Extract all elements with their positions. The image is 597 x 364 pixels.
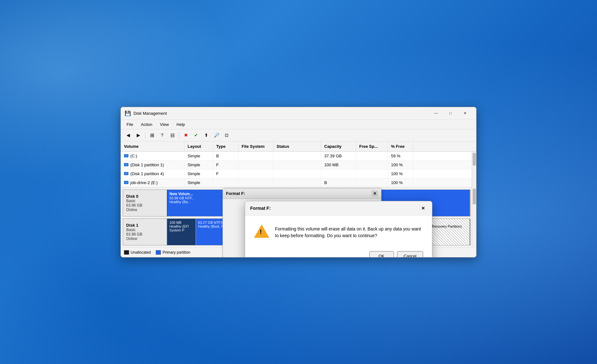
row-c-capacity: 37.39 GB bbox=[321, 152, 356, 160]
row-d1p1-pctfree: 100 % bbox=[388, 161, 413, 169]
explore-button[interactable]: ✖ bbox=[181, 131, 191, 140]
console-button[interactable]: ⊡ bbox=[222, 131, 231, 140]
maximize-button[interactable]: □ bbox=[443, 108, 458, 118]
row-d1p4-pctfree: 100 % bbox=[388, 169, 413, 178]
menu-help[interactable]: Help bbox=[173, 121, 188, 128]
row-c-pctfree: 59 % bbox=[388, 152, 413, 160]
disk-0-name: Disk 0 bbox=[126, 194, 164, 199]
confirm-title-bar: Format F: ✕ bbox=[245, 201, 432, 216]
disk-1-size: 63.98 GB bbox=[126, 232, 164, 237]
row-d1p4-layout: Simple bbox=[184, 169, 213, 178]
confirm-cancel-button[interactable]: Cancel bbox=[397, 251, 423, 258]
table-row[interactable]: (C:) Simple B 37.39 GB 59 % bbox=[121, 152, 472, 161]
confirm-message: Formatting this volume will erase all da… bbox=[275, 224, 423, 239]
row-d1p4-volume: (Disk 1 partition 4) bbox=[121, 169, 184, 178]
disk-0-size: 63.98 GB bbox=[126, 203, 164, 208]
upgrade-button[interactable]: ⬆ bbox=[202, 131, 211, 140]
col-freesp: Free Sp... bbox=[356, 141, 388, 151]
table-row[interactable]: (Disk 1 partition 4) Simple F 100 % bbox=[121, 169, 472, 178]
col-capacity: Capacity bbox=[321, 141, 356, 151]
disk-icon bbox=[124, 154, 128, 157]
table-scrollbar[interactable] bbox=[472, 152, 476, 187]
legend-unallocated-icon bbox=[124, 250, 129, 255]
confirm-body: Formatting this volume will erase all da… bbox=[245, 216, 432, 246]
row-c-freesp bbox=[356, 152, 388, 160]
row-c-type: B bbox=[213, 152, 238, 160]
toolbar-separator-2 bbox=[179, 132, 179, 138]
row-d1p1-capacity: 100 MB bbox=[321, 161, 356, 169]
format-bg-title-text: Format F: bbox=[226, 191, 245, 196]
table-body: (C:) Simple B 37.39 GB 59 % (Disk 1 part… bbox=[121, 152, 476, 187]
row-d1p4-capacity bbox=[321, 169, 356, 178]
confirm-footer: OK Cancel bbox=[245, 246, 432, 258]
disk-0-status: Online bbox=[126, 208, 164, 212]
confirm-close-button[interactable]: ✕ bbox=[419, 204, 427, 212]
row-job-fs bbox=[238, 178, 273, 187]
disk-management-window: 💾 Disk Management — □ ✕ File Action View… bbox=[120, 107, 477, 258]
app-icon: 💾 bbox=[125, 110, 131, 116]
row-job-freesp bbox=[356, 178, 388, 187]
legend-primary-icon bbox=[156, 250, 161, 255]
confirm-ok-button[interactable]: OK bbox=[369, 251, 394, 258]
disk-scrollbar-thumb[interactable] bbox=[473, 189, 476, 204]
row-d1p1-status bbox=[273, 161, 321, 169]
row-d1p4-type: F bbox=[213, 169, 238, 178]
menu-view[interactable]: View bbox=[157, 121, 172, 128]
close-button[interactable]: ✕ bbox=[458, 108, 472, 118]
remove-button[interactable]: ⊟ bbox=[168, 131, 177, 140]
toolbar-separator-1 bbox=[145, 132, 145, 138]
row-d1p1-freesp bbox=[356, 161, 388, 169]
table-row[interactable]: job-drive-2 (E:) Simple B 100 % bbox=[121, 178, 472, 187]
col-status: Status bbox=[273, 141, 321, 151]
row-d1p4-freesp bbox=[356, 169, 388, 178]
format-bg-close-button[interactable]: ✕ bbox=[372, 190, 378, 197]
menu-action[interactable]: Action bbox=[138, 121, 155, 128]
partition-size: 100 MB bbox=[169, 221, 194, 224]
search-button[interactable]: 🔎 bbox=[212, 131, 221, 140]
row-d1p4-status bbox=[273, 169, 321, 178]
disk-icon bbox=[124, 181, 128, 184]
title-bar: 💾 Disk Management — □ ✕ bbox=[121, 107, 476, 120]
row-c-fs bbox=[238, 152, 273, 160]
col-volume: Volume bbox=[121, 141, 184, 151]
disk-1-partition-efi[interactable]: 100 MB Healthy (EFI System P bbox=[168, 219, 196, 245]
row-d1p4-fs bbox=[238, 169, 273, 178]
toolbar: ◀ ▶ ⊞ ? ⊟ ✖ ✔ ⬆ 🔎 ⊡ bbox=[121, 129, 476, 141]
row-job-capacity: B bbox=[321, 178, 356, 187]
window-title: Disk Management bbox=[134, 111, 429, 116]
row-job-type bbox=[213, 178, 238, 187]
row-job-pctfree: 100 % bbox=[388, 178, 413, 187]
menu-bar: File Action View Help bbox=[121, 120, 476, 129]
back-button[interactable]: ◀ bbox=[123, 131, 133, 140]
row-d1p1-fs bbox=[238, 161, 273, 169]
warning-icon bbox=[254, 224, 269, 240]
legend-unallocated-label: Unallocated bbox=[131, 250, 151, 255]
legend-unallocated: Unallocated bbox=[124, 250, 151, 255]
col-layout: Layout bbox=[184, 141, 213, 151]
legend-primary: Primary partition bbox=[156, 250, 190, 255]
disk-1-type: Basic bbox=[126, 228, 164, 232]
col-type: Type bbox=[213, 141, 238, 151]
disk-icon bbox=[124, 172, 128, 175]
minimize-button[interactable]: — bbox=[429, 108, 443, 118]
help-button[interactable]: ? bbox=[157, 131, 167, 140]
col-pctfree: % Free bbox=[388, 141, 413, 151]
disk-icon bbox=[124, 163, 128, 166]
properties-button[interactable]: ⊞ bbox=[147, 131, 157, 140]
table-area: (C:) Simple B 37.39 GB 59 % (Disk 1 part… bbox=[121, 152, 476, 187]
row-job-layout: Simple bbox=[184, 178, 213, 187]
row-job-volume: job-drive-2 (E:) bbox=[121, 178, 184, 187]
check-button[interactable]: ✔ bbox=[191, 131, 201, 140]
disk-view-scrollbar[interactable] bbox=[472, 187, 476, 247]
row-d1p1-volume: (Disk 1 partition 1) bbox=[121, 161, 184, 169]
partition-status: Healthy (EFI System P bbox=[169, 224, 194, 232]
forward-button[interactable]: ▶ bbox=[134, 131, 143, 140]
table-row[interactable]: (Disk 1 partition 1) Simple F 100 MB 100… bbox=[121, 161, 472, 169]
row-job-status bbox=[273, 178, 321, 187]
scrollbar-thumb[interactable] bbox=[473, 153, 476, 166]
col-filesystem: File System bbox=[238, 141, 273, 151]
row-d1p1-layout: Simple bbox=[184, 161, 213, 169]
menu-file[interactable]: File bbox=[123, 121, 136, 128]
disk-1-name: Disk 1 bbox=[126, 223, 164, 228]
disk-1-label: Disk 1 Basic 63.98 GB Online bbox=[123, 219, 168, 245]
